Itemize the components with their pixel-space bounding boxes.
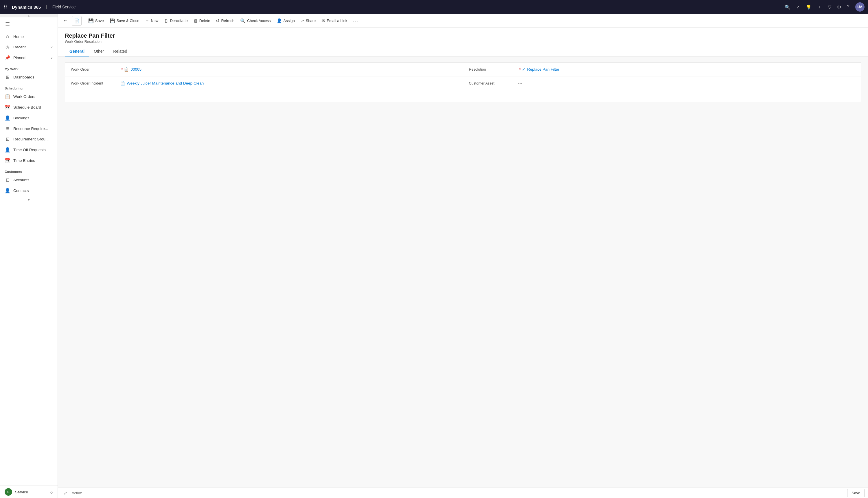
tab-other[interactable]: Other xyxy=(89,47,109,56)
assign-label: Assign xyxy=(284,18,295,23)
sidebar-item-requirement-grou[interactable]: ⊡ Requirement Grou... xyxy=(0,134,57,144)
sidebar-item-time-entries[interactable]: 📅 Time Entries xyxy=(0,155,57,166)
check-access-label: Check Access xyxy=(247,18,271,23)
scroll-indicator-top: ▲ xyxy=(0,14,57,17)
customer-asset-label: Customer Asset xyxy=(469,81,518,86)
status-save-button[interactable]: Save xyxy=(847,489,865,497)
tab-related[interactable]: Related xyxy=(109,47,132,56)
save-close-icon: 💾 xyxy=(110,18,115,24)
pin-icon: 📌 xyxy=(5,55,10,61)
resolution-required: * xyxy=(519,67,521,72)
sidebar-item-work-orders[interactable]: 📋 Work Orders xyxy=(0,91,57,102)
save-button[interactable]: 💾 Save xyxy=(85,16,107,26)
sidebar-item-contacts[interactable]: 👤 Contacts xyxy=(0,185,57,196)
settings-check-icon[interactable]: ✓ xyxy=(796,4,800,10)
resource-require-icon: ≡ xyxy=(5,126,10,131)
sidebar-item-recent[interactable]: ◷ Recent ∨ xyxy=(0,42,57,52)
bookings-icon: 👤 xyxy=(5,115,10,121)
sidebar-bottom-chevron-icon: ◇ xyxy=(50,490,53,494)
customer-asset-value: --- xyxy=(518,81,522,86)
expand-button[interactable]: ⤢ xyxy=(61,489,69,497)
delete-button[interactable]: 🗑 Delete xyxy=(191,16,213,26)
schedule-board-icon: 📅 xyxy=(5,105,10,110)
sidebar-item-label: Resource Require... xyxy=(13,127,53,131)
check-access-button[interactable]: 🔍 Check Access xyxy=(237,16,274,26)
resolution-icon: ✓ xyxy=(522,67,526,72)
sidebar-item-schedule-board[interactable]: 📅 Schedule Board xyxy=(0,102,57,113)
service-avatar: S xyxy=(5,488,12,496)
requirement-group-icon: ⊡ xyxy=(5,136,10,142)
sidebar-item-label: Schedule Board xyxy=(13,105,53,109)
sidebar-item-label: Time Entries xyxy=(13,158,53,163)
resolution-label: Resolution xyxy=(469,67,518,71)
sidebar-item-resource-require[interactable]: ≡ Resource Require... xyxy=(0,123,57,134)
sidebar-item-label: Time Off Requests xyxy=(13,148,53,152)
save-close-label: Save & Close xyxy=(117,18,139,23)
work-order-required: * xyxy=(121,67,123,72)
new-icon: ＋ xyxy=(145,18,149,24)
sidebar-section-my-work: My Work xyxy=(0,63,57,72)
share-label: Share xyxy=(306,18,316,23)
lightbulb-icon[interactable]: 💡 xyxy=(806,4,812,10)
tab-general[interactable]: General xyxy=(65,47,89,56)
new-button[interactable]: ＋ New xyxy=(142,16,161,26)
scroll-button-down[interactable]: ▼ xyxy=(0,196,57,203)
share-button[interactable]: ↗ Share xyxy=(298,16,319,26)
email-link-button[interactable]: ✉ Email a Link xyxy=(318,16,350,26)
sidebar-item-home[interactable]: ⌂ Home xyxy=(0,31,57,42)
work-order-incident-link[interactable]: Weekly Juicer Maintenance and Deep Clean xyxy=(127,81,204,86)
form-spacer xyxy=(65,90,861,102)
save-label: Save xyxy=(95,18,104,23)
deactivate-button[interactable]: 🗑 Deactivate xyxy=(161,16,190,26)
search-icon[interactable]: 🔍 xyxy=(785,4,790,10)
assign-button[interactable]: 👤 Assign xyxy=(274,16,298,26)
sidebar-section-customers: Customers xyxy=(0,166,57,174)
sidebar-bottom-service[interactable]: S Service ◇ xyxy=(0,486,57,498)
deactivate-icon: 🗑 xyxy=(164,18,168,23)
form-icon-button[interactable]: 📄 xyxy=(72,16,82,26)
sidebar-item-label: Recent xyxy=(13,45,48,49)
status-bar: ⤢ Active Save xyxy=(58,488,868,498)
refresh-button[interactable]: ↺ Refresh xyxy=(213,16,237,26)
page-title: Replace Pan Filter xyxy=(65,32,861,39)
work-orders-icon: 📋 xyxy=(5,94,10,99)
time-entries-icon: 📅 xyxy=(5,158,10,163)
sidebar-item-bookings[interactable]: 👤 Bookings xyxy=(0,113,57,123)
back-button[interactable]: ← xyxy=(60,16,71,26)
waffle-icon[interactable]: ⠿ xyxy=(3,4,7,10)
work-order-value: 📋 00005 xyxy=(124,67,141,72)
sidebar-item-label: Bookings xyxy=(13,116,53,120)
user-avatar[interactable]: UA xyxy=(855,2,865,12)
sidebar-item-pinned[interactable]: 📌 Pinned ∨ xyxy=(0,52,57,63)
help-icon[interactable]: ? xyxy=(847,4,850,10)
share-icon: ↗ xyxy=(301,18,304,24)
gear-icon[interactable]: ⚙ xyxy=(837,4,841,10)
form-col-work-order-incident: Work Order Incident 📄 Weekly Juicer Main… xyxy=(65,76,463,90)
page-header: Replace Pan Filter Work Order Resolution… xyxy=(58,28,868,56)
sidebar-item-label: Pinned xyxy=(13,56,48,60)
content-area: Replace Pan Filter Work Order Resolution… xyxy=(58,28,868,498)
resolution-value: ✓ Replace Pan Filter xyxy=(522,67,559,72)
sidebar-item-dashboards[interactable]: ⊞ Dashboards xyxy=(0,72,57,82)
time-off-icon: 👤 xyxy=(5,147,10,153)
filter-icon[interactable]: ▽ xyxy=(828,4,831,10)
resolution-link[interactable]: Replace Pan Filter xyxy=(527,67,559,71)
add-icon[interactable]: ＋ xyxy=(817,4,822,10)
email-link-icon: ✉ xyxy=(322,18,325,24)
recent-icon: ◷ xyxy=(5,44,10,50)
delete-icon: 🗑 xyxy=(193,18,198,23)
email-link-label: Email a Link xyxy=(327,18,347,23)
more-actions-button[interactable]: ⋯ xyxy=(351,16,360,25)
form-col-resolution: Resolution * ✓ Replace Pan Filter xyxy=(463,63,861,76)
sidebar-item-accounts[interactable]: ⊡ Accounts xyxy=(0,174,57,185)
work-order-link[interactable]: 00005 xyxy=(131,67,141,71)
sidebar-item-label: Home xyxy=(13,35,53,39)
page-tabs: General Other Related xyxy=(65,47,861,56)
work-order-label: Work Order xyxy=(71,67,120,71)
main-layout: ▲ ☰ ⌂ Home ◷ Recent ∨ 📌 Pinned ∨ My Work… xyxy=(0,14,868,498)
sidebar-collapse-button[interactable]: ☰ xyxy=(2,19,13,29)
refresh-icon: ↺ xyxy=(216,18,220,24)
save-icon: 💾 xyxy=(88,18,94,24)
save-close-button[interactable]: 💾 Save & Close xyxy=(107,16,143,26)
sidebar-item-time-off-requests[interactable]: 👤 Time Off Requests xyxy=(0,144,57,155)
